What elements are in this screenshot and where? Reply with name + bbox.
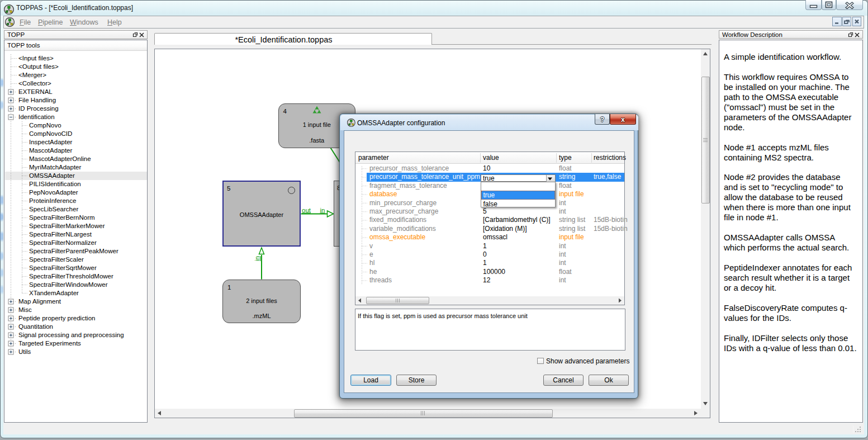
svg-text:in: in bbox=[320, 207, 325, 214]
svg-text:out: out bbox=[302, 207, 311, 214]
svg-text:in: in bbox=[254, 256, 260, 261]
